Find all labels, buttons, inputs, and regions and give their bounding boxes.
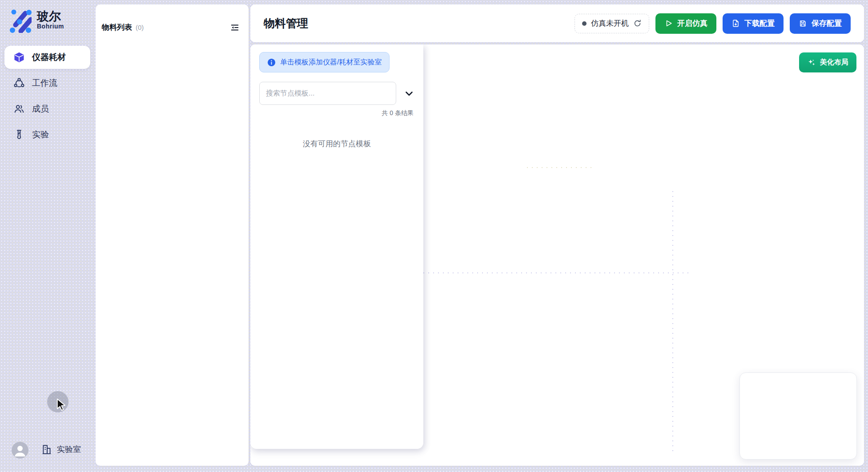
- material-list-panel: 物料列表 (0): [96, 4, 249, 466]
- lab-link[interactable]: 实验室: [41, 444, 81, 455]
- canvas-guide-vertical: [672, 191, 673, 454]
- refresh-icon[interactable]: [633, 19, 642, 28]
- sidebar-item-label: 工作流: [32, 77, 57, 89]
- beautify-layout-button[interactable]: 美化布局: [799, 52, 856, 72]
- building-icon: [41, 444, 52, 455]
- workflow-icon: [13, 77, 25, 89]
- sidebar-item-workflow[interactable]: 工作流: [4, 72, 90, 95]
- lab-canvas[interactable]: 单击模板添加仪器/耗材至实验室 共 0 条结果 没有可用的节点模板 美化布局: [250, 44, 864, 466]
- sidebar-item-experiments[interactable]: 实验: [4, 123, 90, 146]
- play-icon: [664, 19, 673, 28]
- simulation-status-chip[interactable]: 仿真未开机: [575, 14, 649, 33]
- download-config-label: 下载配置: [744, 18, 775, 28]
- cursor-pointer: [55, 398, 68, 412]
- template-tip-text: 单击模板添加仪器/耗材至实验室: [280, 58, 382, 67]
- download-config-button[interactable]: 下载配置: [723, 13, 784, 34]
- page-header: 物料管理 仿真未开机 开启仿真 下载配置: [250, 4, 864, 42]
- canvas-guide-segment: [527, 167, 594, 168]
- sidebar-item-instruments[interactable]: 仪器耗材: [4, 46, 90, 69]
- start-simulation-button[interactable]: 开启仿真: [655, 13, 716, 34]
- cube-icon: [13, 52, 25, 63]
- sidebar-item-label: 成员: [32, 103, 49, 115]
- page-title: 物料管理: [264, 16, 308, 31]
- brand-logo[interactable]: 玻尔 Bohrium: [6, 7, 64, 33]
- sidebar-item-label: 仪器耗材: [32, 52, 66, 63]
- sidebar-item-label: 实验: [32, 129, 49, 140]
- start-simulation-label: 开启仿真: [677, 18, 707, 28]
- template-tip-banner: 单击模板添加仪器/耗材至实验室: [259, 52, 390, 72]
- collapse-panel-icon[interactable]: [230, 23, 240, 32]
- material-list-header: 物料列表 (0): [96, 4, 249, 32]
- save-icon: [799, 19, 807, 28]
- material-list-count: (0): [136, 24, 144, 31]
- brand-subtitle: Bohrium: [37, 23, 64, 30]
- save-config-label: 保存配置: [812, 18, 842, 28]
- template-search-input[interactable]: [259, 82, 396, 105]
- canvas-guide-horizontal: [423, 272, 689, 273]
- beautify-layout-label: 美化布局: [820, 58, 848, 67]
- user-avatar-icon: [12, 442, 28, 459]
- sidebar-item-members[interactable]: 成员: [4, 97, 90, 120]
- sidebar-footer: 实验室: [0, 439, 95, 462]
- sparkles-icon: [807, 58, 816, 67]
- template-result-count: 共 0 条结果: [382, 109, 414, 117]
- status-dot-icon: [582, 21, 587, 26]
- bohrium-logo-icon: [6, 7, 32, 33]
- lab-link-label: 实验室: [57, 444, 81, 455]
- simulation-status-label: 仿真未开机: [591, 18, 629, 28]
- save-config-button[interactable]: 保存配置: [790, 13, 851, 34]
- file-download-icon: [731, 19, 740, 28]
- template-panel: 单击模板添加仪器/耗材至实验室 共 0 条结果 没有可用的节点模板: [250, 44, 423, 449]
- chevron-down-icon[interactable]: [404, 88, 414, 99]
- members-icon: [13, 103, 25, 115]
- test-tube-icon: [13, 129, 25, 140]
- brand-name: 玻尔: [37, 10, 64, 23]
- template-search-row: [259, 82, 414, 105]
- brand-text: 玻尔 Bohrium: [37, 10, 64, 30]
- avatar[interactable]: [12, 442, 28, 459]
- template-empty-text: 没有可用的节点模板: [250, 139, 423, 149]
- minimap-panel[interactable]: [739, 372, 857, 460]
- sidebar-nav: 仪器耗材 工作流 成员 实验: [4, 46, 90, 146]
- material-list-title: 物料列表: [102, 22, 132, 32]
- header-actions: 仿真未开机 开启仿真 下载配置 保存配置: [575, 13, 851, 34]
- info-icon: [267, 58, 276, 67]
